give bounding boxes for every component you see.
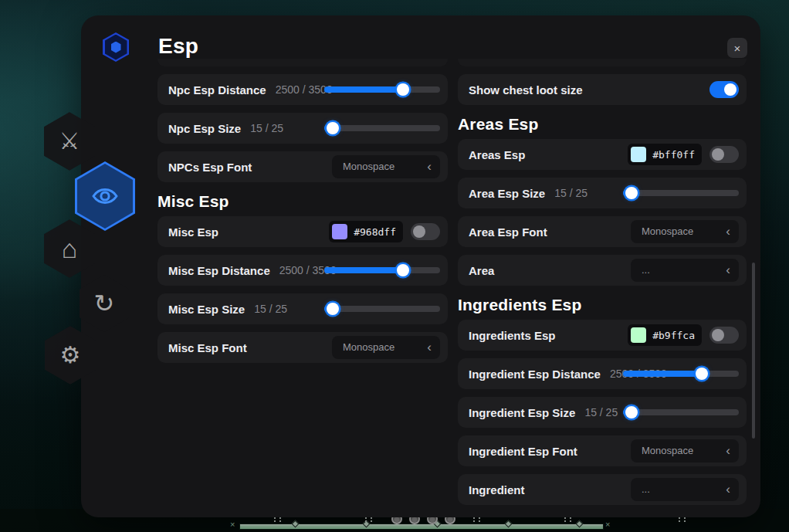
row-label-wrap: Npc Esp Distance2500 / 3500 xyxy=(168,74,333,105)
setting-label: NPCs Esp Font xyxy=(168,161,252,174)
toggle-switch[interactable] xyxy=(411,223,440,240)
setting-label: Misc Esp Font xyxy=(168,341,247,354)
slider[interactable] xyxy=(623,190,739,196)
color-chip[interactable]: #b9ffca xyxy=(628,324,702,346)
chevron-left-icon: ‹ xyxy=(726,220,730,243)
toggle-knob xyxy=(413,225,425,238)
panel-scrollbar[interactable] xyxy=(752,263,755,439)
slider[interactable] xyxy=(623,409,739,415)
row-label-wrap: Area Esp Font xyxy=(469,216,547,247)
slider-row: Npc Esp Distance2500 / 3500 xyxy=(157,74,448,105)
row-label-wrap: NPCs Esp Font xyxy=(168,151,252,182)
slider-thumb[interactable] xyxy=(327,303,339,315)
close-icon: × xyxy=(734,42,741,55)
slider-thumb[interactable] xyxy=(696,368,708,380)
toggle-knob xyxy=(724,83,737,96)
dropdown-select[interactable]: ...‹ xyxy=(631,478,739,501)
color-swatch xyxy=(631,147,646,162)
slider-thumb[interactable] xyxy=(625,406,638,418)
slider[interactable] xyxy=(623,371,739,377)
close-button[interactable]: × xyxy=(727,38,747,58)
row-label-wrap: Ingredients Esp xyxy=(469,320,556,351)
select-row: Ingredient...‹ xyxy=(458,474,747,505)
color-swatch xyxy=(332,224,347,239)
toggle-knob xyxy=(712,148,724,161)
slider[interactable] xyxy=(324,306,440,312)
esp-panel: Esp × Npc Esp Distance2500 / 3500Npc Esp… xyxy=(81,15,760,517)
dropdown-select[interactable]: ...‹ xyxy=(631,259,739,282)
color-row: Misc Esp#968dff xyxy=(157,216,448,247)
eye-icon xyxy=(91,182,119,210)
hud-progress-bar xyxy=(239,524,604,530)
slider-fill xyxy=(324,86,403,93)
slider-row: Npc Esp Size15 / 25 xyxy=(157,113,448,144)
select-row: NPCs Esp FontMonospace‹ xyxy=(157,151,448,182)
home-icon: ⌂ xyxy=(62,236,78,262)
setting-label: Npc Esp Distance xyxy=(168,83,266,97)
color-row: Ingredients Esp#b9ffca xyxy=(458,320,747,351)
scrolled-row-fragment xyxy=(458,59,747,66)
row-label-wrap: Ingredient xyxy=(469,474,525,505)
slider-thumb[interactable] xyxy=(397,264,409,276)
toggle-knob xyxy=(712,329,724,341)
slider[interactable] xyxy=(324,267,440,273)
dropdown-select[interactable]: Monospace‹ xyxy=(332,155,440,178)
row-label-wrap: Areas Esp xyxy=(469,139,525,170)
settings-column-right: Show chest loot sizeAreas EspAreas Esp#b… xyxy=(458,59,747,513)
select-value: Monospace xyxy=(343,155,394,178)
toggle-row: Show chest loot size xyxy=(458,74,747,105)
row-label-wrap: Ingredient Esp Size15 / 25 xyxy=(469,397,618,428)
slider[interactable] xyxy=(324,86,440,93)
row-label-wrap: Misc Esp xyxy=(168,216,218,247)
hud-bar-marker xyxy=(576,520,584,528)
slider-thumb[interactable] xyxy=(327,122,339,134)
dropdown-select[interactable]: Monospace‹ xyxy=(631,439,739,463)
setting-label: Area Esp Font xyxy=(469,225,547,239)
dropdown-select[interactable]: Monospace‹ xyxy=(631,220,739,243)
color-chip[interactable]: #bff0ff xyxy=(628,144,702,165)
row-label-wrap: Area xyxy=(469,255,494,286)
setting-value: 15 / 25 xyxy=(554,187,588,199)
crossed-swords-icon: ⚔ xyxy=(59,130,80,153)
chevron-left-icon: ‹ xyxy=(427,155,432,178)
chevron-left-icon: ‹ xyxy=(427,336,432,359)
setting-label: Area xyxy=(469,264,494,277)
select-row: Area Esp FontMonospace‹ xyxy=(458,216,747,247)
slider[interactable] xyxy=(324,125,440,131)
setting-label: Areas Esp xyxy=(469,148,525,161)
row-label-wrap: Npc Esp Size15 / 25 xyxy=(168,113,283,144)
row-label-wrap: Area Esp Size15 / 25 xyxy=(469,178,588,208)
settings-column-left: Npc Esp Distance2500 / 3500Npc Esp Size1… xyxy=(157,59,448,371)
toggle-switch[interactable] xyxy=(709,146,739,163)
page-title: Esp xyxy=(158,31,198,62)
setting-label: Ingredient Esp Font xyxy=(469,445,577,458)
chevron-left-icon: ‹ xyxy=(726,439,730,463)
slider-fill xyxy=(324,267,403,273)
setting-label: Ingredient Esp Size xyxy=(469,406,575,419)
color-chip[interactable]: #968dff xyxy=(329,221,403,242)
toggle-switch[interactable] xyxy=(709,327,739,344)
section-header: Areas Esp xyxy=(458,113,747,136)
setting-value: 15 / 25 xyxy=(250,122,283,134)
row-label-wrap: Misc Esp Size15 / 25 xyxy=(168,293,287,324)
setting-value: 15 / 25 xyxy=(254,303,287,315)
color-row: Areas Esp#bff0ff xyxy=(458,139,747,170)
setting-label: Npc Esp Size xyxy=(168,122,241,135)
setting-label: Misc Esp xyxy=(168,225,218,239)
section-header: Misc Esp xyxy=(157,190,448,213)
toggle-switch[interactable] xyxy=(709,81,739,98)
dropdown-select[interactable]: Monospace‹ xyxy=(332,336,440,359)
hud-bar-marker xyxy=(292,520,300,528)
setting-label: Ingredients Esp xyxy=(469,329,556,342)
slider-thumb[interactable] xyxy=(397,83,409,96)
color-hex-value: #bff0ff xyxy=(652,149,695,161)
select-row: Misc Esp FontMonospace‹ xyxy=(157,332,448,363)
refresh-icon: ↻ xyxy=(94,291,115,316)
setting-label: Misc Esp Size xyxy=(168,303,245,316)
section-header: Ingredients Esp xyxy=(458,293,747,317)
select-value: ... xyxy=(642,478,650,501)
slider-thumb[interactable] xyxy=(625,187,638,199)
color-hex-value: #b9ffca xyxy=(652,330,695,341)
select-row: Ingredient Esp FontMonospace‹ xyxy=(458,435,747,466)
setting-label: Ingredient Esp Distance xyxy=(469,368,601,381)
